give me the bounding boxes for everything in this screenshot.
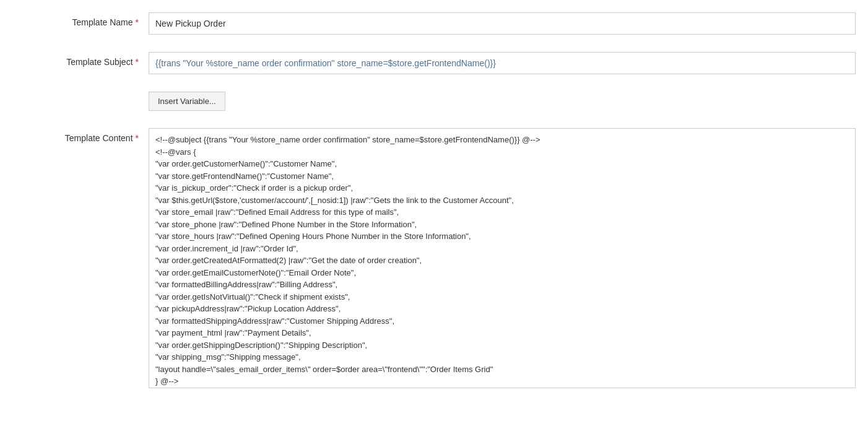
template-content-wrapper: <!--@subject {{trans "Your %store_name o…	[149, 128, 856, 390]
template-content-label: Template Content*	[12, 128, 149, 143]
insert-variable-button[interactable]: Insert Variable...	[149, 92, 225, 111]
template-content-textarea[interactable]: <!--@subject {{trans "Your %store_name o…	[149, 128, 856, 388]
template-subject-label: Template Subject*	[12, 52, 149, 67]
template-subject-input[interactable]	[149, 52, 856, 74]
form-container: Template Name* Template Subject* Insert …	[0, 12, 868, 390]
template-content-row: Template Content* <!--@subject {{trans "…	[12, 128, 856, 390]
template-subject-row: Template Subject*	[12, 52, 856, 74]
insert-variable-row: Insert Variable...	[12, 92, 856, 111]
template-name-label: Template Name*	[12, 12, 149, 27]
template-name-input[interactable]	[149, 12, 856, 35]
template-name-row: Template Name*	[12, 12, 856, 35]
